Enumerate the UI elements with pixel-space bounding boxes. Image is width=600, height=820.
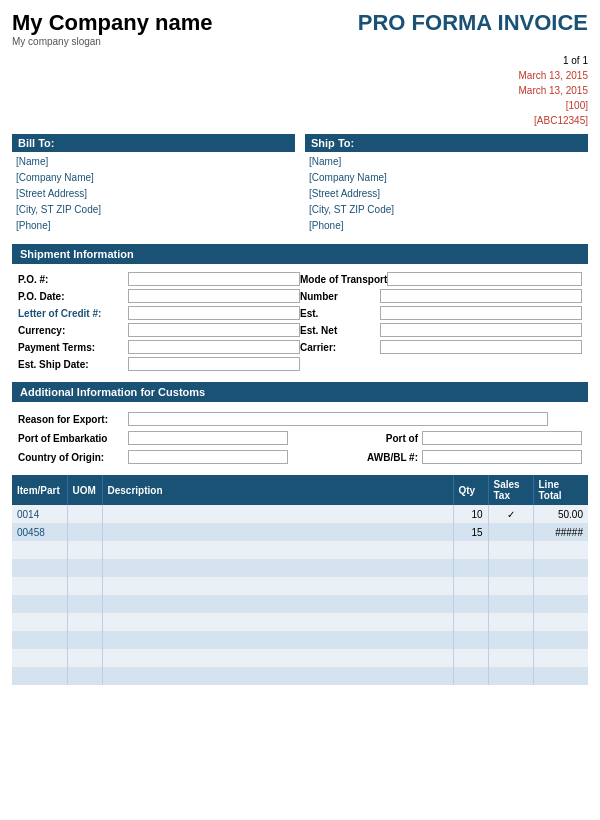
table-cell bbox=[12, 541, 67, 559]
ship-date-input[interactable] bbox=[128, 357, 300, 371]
shipment-po-date: P.O. Date: bbox=[18, 289, 300, 303]
carrier-label: Carrier: bbox=[300, 342, 380, 353]
origin-input[interactable] bbox=[128, 450, 288, 464]
table-cell bbox=[488, 613, 533, 631]
table-header-row: Item/Part UOM Description Qty Sales Tax … bbox=[12, 475, 588, 505]
table-cell: 15 bbox=[453, 523, 488, 541]
invoice-title: PRO FORMA INVOICE bbox=[358, 10, 588, 36]
table-cell: 0014 bbox=[12, 505, 67, 523]
table-cell bbox=[533, 613, 588, 631]
table-cell bbox=[533, 577, 588, 595]
table-cell bbox=[488, 631, 533, 649]
shipment-col-right: Mode of Transport Number Est. Est. Net C… bbox=[300, 272, 582, 374]
table-row bbox=[12, 649, 588, 667]
meta-num1: [100] bbox=[12, 98, 588, 113]
shipment-ship-date: Est. Ship Date: bbox=[18, 357, 300, 371]
po-input[interactable] bbox=[128, 272, 300, 286]
table-cell bbox=[67, 667, 102, 685]
shipment-grid: P.O. #: P.O. Date: Letter of Credit #: C… bbox=[12, 268, 588, 378]
table-cell bbox=[453, 577, 488, 595]
col-header-tax: Sales Tax bbox=[488, 475, 533, 505]
table-cell bbox=[67, 595, 102, 613]
number-input[interactable] bbox=[380, 289, 582, 303]
company-block: My Company name My company slogan bbox=[12, 10, 213, 47]
po-date-label: P.O. Date: bbox=[18, 291, 128, 302]
shipment-section-header: Shipment Information bbox=[12, 244, 588, 264]
table-cell bbox=[488, 541, 533, 559]
table-cell bbox=[102, 505, 453, 523]
col-header-total: Line Total bbox=[533, 475, 588, 505]
table-row bbox=[12, 595, 588, 613]
meta-date1: March 13, 2015 bbox=[12, 68, 588, 83]
table-cell bbox=[67, 559, 102, 577]
awb-input[interactable] bbox=[422, 450, 582, 464]
payment-input[interactable] bbox=[128, 340, 300, 354]
table-row bbox=[12, 577, 588, 595]
col-header-item: Item/Part bbox=[12, 475, 67, 505]
ship-city: [City, ST ZIP Code] bbox=[309, 202, 584, 218]
ship-to-box: Ship To: [Name] [Company Name] [Street A… bbox=[305, 134, 588, 236]
mode-input[interactable] bbox=[387, 272, 582, 286]
ship-name: [Name] bbox=[309, 154, 584, 170]
customs-export-row: Reason for Export: bbox=[18, 412, 582, 426]
lc-input[interactable] bbox=[128, 306, 300, 320]
table-row bbox=[12, 613, 588, 631]
origin-label: Country of Origin: bbox=[18, 452, 128, 463]
shipment-currency: Currency: bbox=[18, 323, 300, 337]
table-cell bbox=[453, 649, 488, 667]
table-cell bbox=[67, 631, 102, 649]
table-cell bbox=[453, 559, 488, 577]
bill-name: [Name] bbox=[16, 154, 291, 170]
table-cell bbox=[12, 613, 67, 631]
table-cell bbox=[67, 613, 102, 631]
po-label: P.O. #: bbox=[18, 274, 128, 285]
table-cell bbox=[67, 649, 102, 667]
table-cell bbox=[488, 649, 533, 667]
page: My Company name My company slogan PRO FO… bbox=[0, 0, 600, 820]
shipment-lc: Letter of Credit #: bbox=[18, 306, 300, 320]
table-row bbox=[12, 631, 588, 649]
table-cell bbox=[488, 577, 533, 595]
table-row: 001410✓50.00 bbox=[12, 505, 588, 523]
number-label: Number bbox=[300, 291, 380, 302]
currency-label: Currency: bbox=[18, 325, 128, 336]
table-row bbox=[12, 559, 588, 577]
table-cell bbox=[488, 523, 533, 541]
address-row: Bill To: [Name] [Company Name] [Street A… bbox=[12, 134, 588, 236]
shipment-est: Est. bbox=[300, 306, 582, 320]
col-header-uom: UOM bbox=[67, 475, 102, 505]
table-cell bbox=[102, 559, 453, 577]
col-header-qty: Qty bbox=[453, 475, 488, 505]
bill-city: [City, ST ZIP Code] bbox=[16, 202, 291, 218]
shipment-mode: Mode of Transport bbox=[300, 272, 582, 286]
export-input[interactable] bbox=[128, 412, 548, 426]
items-table: Item/Part UOM Description Qty Sales Tax … bbox=[12, 475, 588, 685]
carrier-input[interactable] bbox=[380, 340, 582, 354]
table-row bbox=[12, 541, 588, 559]
table-cell bbox=[453, 667, 488, 685]
awb-label: AWB/BL #: bbox=[367, 452, 418, 463]
table-cell bbox=[102, 649, 453, 667]
po-date-input[interactable] bbox=[128, 289, 300, 303]
table-cell bbox=[533, 631, 588, 649]
embarkation-input[interactable] bbox=[128, 431, 288, 445]
currency-input[interactable] bbox=[128, 323, 300, 337]
company-slogan: My company slogan bbox=[12, 36, 213, 47]
table-cell bbox=[102, 523, 453, 541]
company-name: My Company name bbox=[12, 10, 213, 36]
table-cell bbox=[488, 667, 533, 685]
table-row bbox=[12, 667, 588, 685]
bill-to-header: Bill To: bbox=[12, 134, 295, 152]
table-cell bbox=[67, 523, 102, 541]
est-input[interactable] bbox=[380, 306, 582, 320]
table-cell: ✓ bbox=[488, 505, 533, 523]
table-cell bbox=[12, 559, 67, 577]
table-cell bbox=[453, 613, 488, 631]
port-of-input[interactable] bbox=[422, 431, 582, 445]
ship-address: [Street Address] bbox=[309, 186, 584, 202]
est-net-input[interactable] bbox=[380, 323, 582, 337]
est-net-label: Est. Net bbox=[300, 325, 380, 336]
mode-label: Mode of Transport bbox=[300, 274, 387, 285]
customs-grid: Reason for Export: Port of Embarkatio Po… bbox=[12, 406, 588, 471]
meta-num2: [ABC12345] bbox=[12, 113, 588, 128]
